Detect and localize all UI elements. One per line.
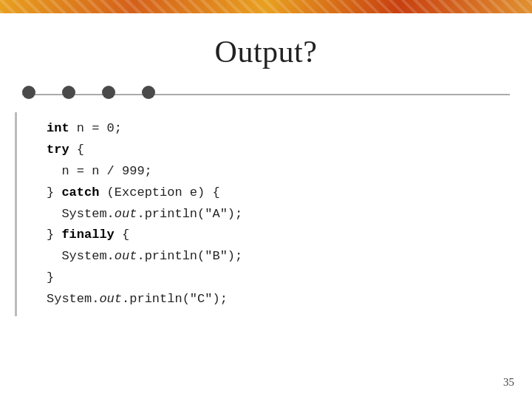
bullet-3 [102, 86, 115, 99]
page-title: Output? [215, 35, 318, 69]
page-number: 35 [503, 376, 514, 389]
code-line-9: System.out.println("C"); [47, 289, 488, 310]
code-line-4: } catch (Exception e) { [47, 183, 488, 204]
code-line-8: } [47, 267, 488, 289]
code-line-6: } finally { [47, 225, 488, 246]
code-line-2: try { [47, 140, 488, 161]
code-line-1: int n = 0; [47, 118, 488, 140]
bullet-2 [62, 86, 75, 99]
page-title-area: Output? [0, 13, 532, 83]
top-banner [0, 0, 532, 13]
bullet-line [22, 83, 510, 106]
code-block: int n = 0; try { n = n / 999; } catch (E… [15, 112, 517, 316]
bullet-4 [142, 86, 155, 99]
bullet-separator [0, 83, 532, 106]
code-line-7: System.out.println("B"); [47, 246, 488, 267]
bullet-1 [22, 86, 35, 99]
code-line-5: System.out.println("A"); [47, 204, 488, 225]
code-line-3: n = n / 999; [47, 161, 488, 183]
